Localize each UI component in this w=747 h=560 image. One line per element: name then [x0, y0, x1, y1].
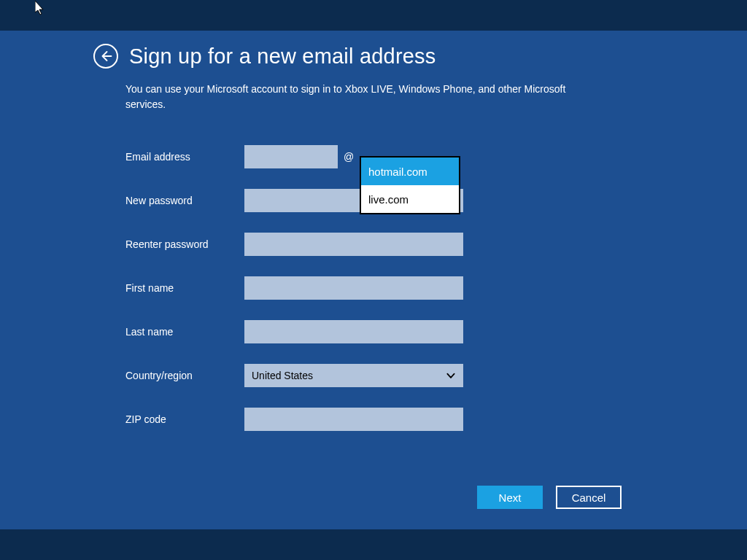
page-title: Sign up for a new email address	[129, 44, 436, 69]
country-select[interactable]: United States	[244, 364, 463, 387]
mouse-cursor-icon	[35, 1, 47, 17]
page-subtitle: You can use your Microsoft account to si…	[125, 82, 592, 112]
new-password-label: New password	[125, 195, 244, 206]
domain-option-hotmail[interactable]: hotmail.com	[361, 158, 459, 185]
email-label: Email address	[125, 151, 244, 163]
reenter-password-input[interactable]	[244, 233, 463, 256]
zip-input[interactable]	[244, 408, 463, 431]
top-band	[0, 0, 747, 31]
button-bar: Next Cancel	[477, 486, 622, 509]
country-label: Country/region	[125, 370, 244, 381]
cancel-button[interactable]: Cancel	[556, 486, 622, 509]
bottom-band	[0, 529, 747, 560]
reenter-password-label: Reenter password	[125, 238, 244, 250]
signup-form: Email address @ hotmail.com live.com New…	[125, 145, 654, 431]
country-value: United States	[252, 370, 446, 381]
chevron-down-icon	[446, 370, 456, 381]
domain-option-live[interactable]: live.com	[361, 185, 459, 213]
back-button[interactable]	[93, 44, 118, 69]
email-username-input[interactable]	[244, 145, 338, 168]
last-name-input[interactable]	[244, 320, 463, 343]
first-name-label: First name	[125, 282, 244, 294]
next-button[interactable]: Next	[477, 486, 543, 509]
last-name-label: Last name	[125, 326, 244, 338]
first-name-input[interactable]	[244, 276, 463, 300]
at-symbol: @	[338, 151, 360, 163]
zip-label: ZIP code	[125, 413, 244, 425]
email-domain-dropdown[interactable]: hotmail.com live.com	[360, 156, 460, 214]
arrow-left-icon	[99, 50, 112, 63]
